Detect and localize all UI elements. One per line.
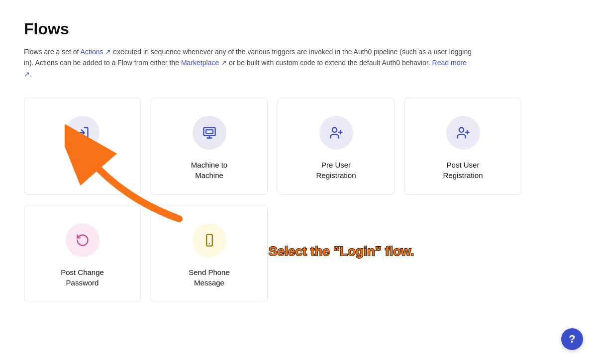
- post-user-icon-circle: [446, 116, 480, 150]
- pre-user-icon-circle: [319, 116, 353, 150]
- login-label: Login: [73, 160, 92, 170]
- flow-card-post-user-reg[interactable]: Post UserRegistration: [404, 97, 521, 195]
- svg-point-8: [459, 128, 463, 132]
- post-user-icon: [456, 126, 470, 140]
- phone-label: Send PhoneMessage: [189, 267, 230, 288]
- marketplace-link[interactable]: Marketplace ↗: [181, 59, 227, 67]
- svg-point-5: [332, 128, 336, 132]
- post-user-label: Post UserRegistration: [443, 160, 483, 181]
- page-description: Flows are a set of Actions ↗ executed in…: [24, 46, 472, 80]
- help-button[interactable]: ?: [561, 328, 583, 350]
- rotate-icon: [76, 233, 90, 247]
- flow-card-send-phone[interactable]: Send PhoneMessage: [151, 205, 268, 302]
- readmore-link[interactable]: Read more ↗: [24, 59, 467, 78]
- pre-user-icon: [329, 126, 343, 140]
- flows-grid-row2: Post ChangePassword Send PhoneMessage: [24, 205, 521, 302]
- flows-grid-row1: Login Machine toMachine Pre UserRegistra…: [24, 97, 521, 195]
- post-change-label: Post ChangePassword: [61, 267, 104, 288]
- phone-icon-circle: [193, 223, 226, 257]
- page-title: Flows: [24, 20, 573, 38]
- flow-card-pre-user-reg[interactable]: Pre UserRegistration: [278, 97, 395, 195]
- flow-card-login[interactable]: Login: [24, 97, 141, 195]
- login-icon: [76, 126, 90, 140]
- svg-rect-2: [206, 130, 213, 133]
- flow-card-post-change-password[interactable]: Post ChangePassword: [24, 205, 141, 302]
- actions-link[interactable]: Actions ↗: [81, 48, 111, 56]
- pre-user-label: Pre UserRegistration: [316, 160, 356, 181]
- login-icon-circle: [66, 116, 100, 150]
- machine-icon-circle: [193, 116, 226, 150]
- phone-icon: [202, 233, 216, 247]
- post-change-icon-circle: [66, 223, 100, 257]
- flow-card-machine[interactable]: Machine toMachine: [151, 97, 268, 195]
- machine-icon: [202, 126, 216, 140]
- machine-label: Machine toMachine: [191, 160, 227, 181]
